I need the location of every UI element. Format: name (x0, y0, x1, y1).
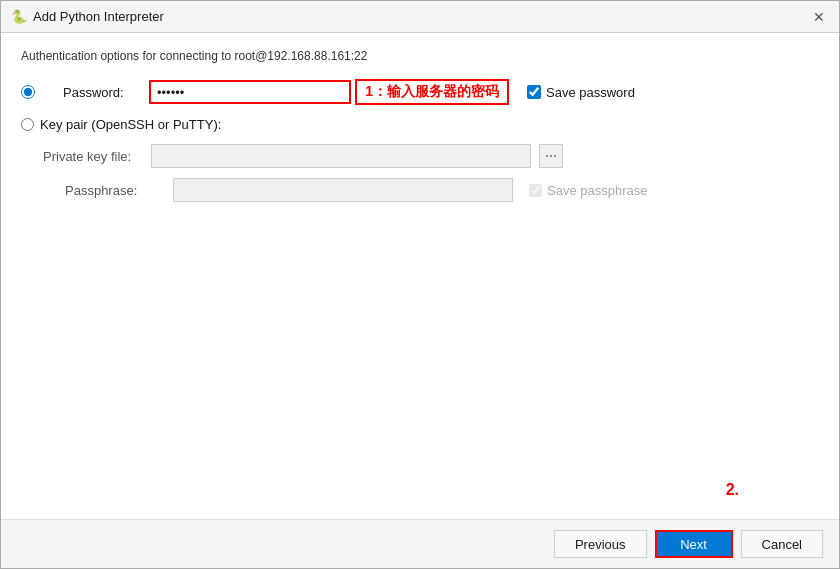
passphrase-row: Passphrase: Save passphrase (43, 178, 819, 202)
dialog-title: Add Python Interpreter (33, 9, 164, 24)
key-pair-radio[interactable] (21, 118, 34, 131)
password-label: Password: (63, 85, 143, 100)
cancel-button[interactable]: Cancel (741, 530, 823, 558)
key-pair-option-row: Key pair (OpenSSH or PuTTY): (21, 117, 819, 132)
previous-button[interactable]: Previous (554, 530, 647, 558)
title-bar: 🐍 Add Python Interpreter ✕ (1, 1, 839, 33)
password-input[interactable] (149, 80, 351, 104)
key-pair-label: Key pair (OpenSSH or PuTTY): (40, 117, 221, 132)
indented-fields: Private key file: ⋯ Passphrase: Save pas… (43, 144, 819, 202)
dialog: 🐍 Add Python Interpreter ✕ Authenticatio… (0, 0, 840, 569)
save-passphrase-wrap: Save passphrase (529, 183, 647, 198)
save-password-checkbox[interactable] (527, 85, 541, 99)
app-icon: 🐍 (11, 9, 27, 25)
subtitle: Authentication options for connecting to… (21, 49, 819, 63)
footer: Previous Next Cancel (1, 519, 839, 568)
private-key-label: Private key file: (43, 149, 143, 164)
dialog-content: Authentication options for connecting to… (1, 33, 839, 519)
save-password-label: Save password (546, 85, 635, 100)
passphrase-input[interactable] (173, 178, 513, 202)
private-key-row: Private key file: ⋯ (43, 144, 819, 168)
folder-icon: ⋯ (545, 149, 557, 163)
save-password-wrap: Save password (527, 85, 635, 100)
password-input-wrap: 1：输入服务器的密码 (149, 79, 509, 105)
folder-browse-button[interactable]: ⋯ (539, 144, 563, 168)
annotation-2-container: 2. (21, 481, 819, 499)
annotation-2: 2. (726, 481, 739, 499)
save-passphrase-checkbox[interactable] (529, 184, 542, 197)
passphrase-label: Passphrase: (65, 183, 165, 198)
next-button[interactable]: Next (655, 530, 733, 558)
password-option-row: Password: 1：输入服务器的密码 Save password (21, 79, 819, 105)
save-passphrase-label: Save passphrase (547, 183, 647, 198)
title-bar-left: 🐍 Add Python Interpreter (11, 9, 164, 25)
annotation-1: 1：输入服务器的密码 (355, 79, 509, 105)
private-key-input[interactable] (151, 144, 531, 168)
close-button[interactable]: ✕ (809, 7, 829, 27)
password-radio[interactable] (21, 85, 35, 99)
